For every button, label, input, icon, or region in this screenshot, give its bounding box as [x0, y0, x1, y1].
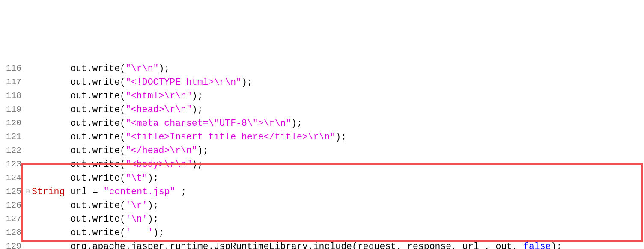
string-token: "content.jsp"	[104, 187, 176, 197]
line-number: 117	[0, 75, 25, 89]
code-content: out.write("<meta charset=\"UTF-8\">\r\n"…	[30, 116, 644, 130]
code-line: 127out.write('\n');	[0, 212, 644, 226]
code-line: 121out.write("<title>Insert title here</…	[0, 130, 644, 144]
line-number: 125	[0, 185, 25, 199]
text-token: out.write(	[70, 214, 125, 224]
text-token: out.write(	[70, 200, 125, 210]
text-token: );	[192, 159, 203, 169]
code-content: out.write("<!DOCTYPE html>\r\n");	[30, 75, 644, 89]
code-line: 122out.write("</head>\r\n");	[0, 144, 644, 157]
code-content: out.write("<html>\r\n");	[30, 89, 644, 103]
string-token: "\r\n"	[125, 63, 158, 74]
code-content: out.write("</head>\r\n");	[30, 144, 644, 157]
line-number: 128	[0, 226, 25, 240]
code-line: 116out.write("\r\n");	[0, 62, 644, 75]
char-token: ' '	[125, 228, 153, 238]
string-token: "<html>\r\n"	[125, 91, 192, 101]
line-number: 127	[0, 212, 25, 226]
string-token: "</head>\r\n"	[125, 145, 197, 156]
text-token: );	[158, 63, 170, 74]
text-token: out.write(	[70, 118, 125, 128]
fold-gutter[interactable]: ⊟	[25, 185, 30, 199]
text-token: out.write(	[70, 63, 125, 74]
text-token: );	[148, 200, 159, 210]
text-token: out.write(	[70, 145, 125, 156]
line-number: 122	[0, 144, 25, 157]
text-token: org.apache.jasper.runtime.JspRuntimeLibr…	[70, 241, 523, 249]
line-number: 116	[0, 62, 25, 75]
text-token: );	[192, 91, 203, 101]
line-number: 123	[0, 157, 25, 171]
text-token: out.write(	[70, 91, 125, 101]
code-content: String url = "content.jsp" ;	[30, 185, 644, 199]
text-token: out.write(	[70, 104, 125, 115]
code-content: out.write('\r');	[30, 199, 644, 212]
char-token: '\r'	[125, 200, 148, 210]
text-token: );	[242, 77, 253, 87]
text-token: );	[148, 214, 159, 224]
line-number: 119	[0, 103, 25, 116]
text-token: );	[192, 104, 203, 115]
code-line: 123out.write("<body>\r\n");	[0, 157, 644, 171]
code-line: 129org.apache.jasper.runtime.JspRuntimeL…	[0, 240, 644, 249]
boolean-token: false	[523, 241, 551, 249]
code-content: out.write("<body>\r\n");	[30, 157, 644, 171]
string-token: "<!DOCTYPE html>\r\n"	[125, 77, 242, 87]
line-number: 118	[0, 89, 25, 103]
code-editor: 116out.write("\r\n");117out.write("<!DOC…	[0, 62, 644, 249]
char-token: '\n'	[125, 214, 148, 224]
code-line: 117out.write("<!DOCTYPE html>\r\n");	[0, 75, 644, 89]
text-token: out.write(	[70, 173, 125, 183]
code-content: out.write('\n');	[30, 212, 644, 226]
line-number: 129	[0, 240, 25, 249]
text-token: );	[153, 228, 164, 238]
code-content: out.write("<head>\r\n");	[30, 103, 644, 116]
text-token: );	[335, 132, 346, 142]
code-line: 126out.write('\r');	[0, 199, 644, 212]
string-token: "<body>\r\n"	[125, 159, 192, 169]
text-token: out.write(	[70, 228, 125, 238]
code-line: 124out.write("\t");	[0, 171, 644, 185]
string-token: "\t"	[125, 173, 148, 183]
code-content: org.apache.jasper.runtime.JspRuntimeLibr…	[30, 240, 644, 249]
keyword-token: String	[32, 187, 65, 197]
string-token: "<title>Insert title here</title>\r\n"	[125, 132, 335, 142]
code-content: out.write("\t");	[30, 171, 644, 185]
text-token: url =	[65, 187, 103, 197]
code-line: 120out.write("<meta charset=\"UTF-8\">\r…	[0, 116, 644, 130]
code-content: out.write("<title>Insert title here</tit…	[30, 130, 644, 144]
text-token: );	[551, 241, 562, 249]
string-token: "<head>\r\n"	[125, 104, 192, 115]
line-number: 126	[0, 199, 25, 212]
line-number: 121	[0, 130, 25, 144]
code-line: 128out.write(' ');	[0, 226, 644, 240]
line-number: 124	[0, 171, 25, 185]
line-number: 120	[0, 116, 25, 130]
code-content: out.write(' ');	[30, 226, 644, 240]
text-token: out.write(	[70, 159, 125, 169]
code-line: 119out.write("<head>\r\n");	[0, 103, 644, 116]
text-token: ;	[175, 187, 186, 197]
code-content: out.write("\r\n");	[30, 62, 644, 75]
text-token: );	[291, 118, 302, 128]
text-token: out.write(	[70, 132, 125, 142]
code-line: 118out.write("<html>\r\n");	[0, 89, 644, 103]
text-token: out.write(	[70, 77, 125, 87]
string-token: "<meta charset=\"UTF-8\">\r\n"	[125, 118, 291, 128]
text-token: );	[197, 145, 209, 156]
code-line: 125⊟String url = "content.jsp" ;	[0, 185, 644, 199]
text-token: );	[148, 173, 159, 183]
